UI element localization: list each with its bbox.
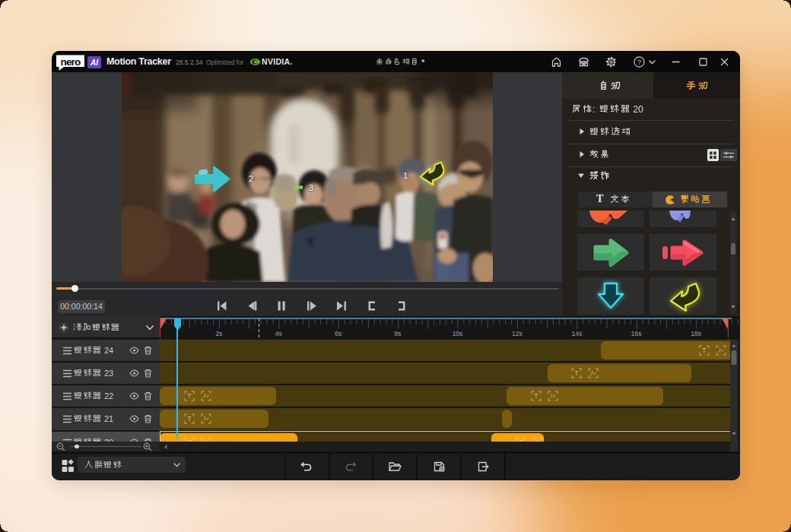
svg-text:AI: AI (90, 59, 98, 67)
svg-text:nero: nero (60, 56, 81, 68)
svg-text:3: 3 (309, 183, 313, 192)
svg-text:1: 1 (403, 171, 408, 180)
svg-text:2: 2 (249, 174, 253, 183)
svg-text:?: ? (637, 59, 641, 66)
